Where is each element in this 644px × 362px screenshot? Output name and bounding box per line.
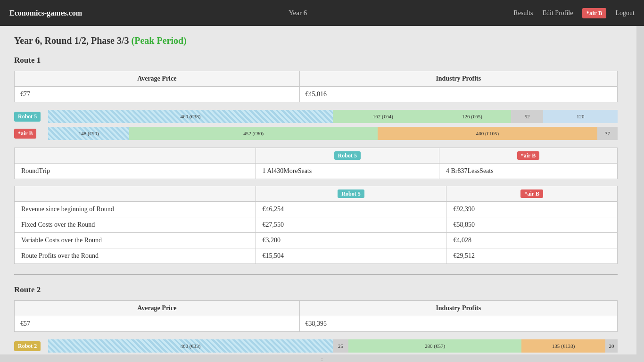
route2-avg-price-header: Average Price bbox=[15, 301, 300, 316]
robot2-badge: Robot 2 bbox=[14, 341, 41, 351]
fin-row-fixed-robot5: €27,550 bbox=[256, 217, 446, 233]
roundtrip-airb-header: *air B bbox=[439, 148, 617, 164]
avg-price-value: €77 bbox=[15, 87, 300, 102]
results-link[interactable]: Results bbox=[513, 9, 533, 17]
navbar-brand: Economics-games.com bbox=[9, 9, 82, 17]
fin-row-profits-label: Route Profits over the Round bbox=[15, 248, 256, 264]
seg-37-gray: 37 bbox=[597, 127, 618, 140]
fin-row-revenue-robot5: €46,254 bbox=[256, 202, 446, 217]
fin-row-fixed-label: Fixed Costs over the Round bbox=[15, 217, 256, 233]
fin-row-variable-robot5: €3,200 bbox=[256, 233, 446, 248]
route2-industry-profits-header: Industry Profits bbox=[299, 301, 617, 316]
fin-row-variable-label: Variable Costs over the Round bbox=[15, 233, 256, 248]
logout-link[interactable]: Logout bbox=[616, 9, 635, 17]
route1-financials-table: Robot 5 *air B Revenue since beginning o… bbox=[14, 186, 618, 264]
roundtrip-label: RoundTrip bbox=[15, 164, 256, 179]
avg-price-header: Average Price bbox=[15, 71, 300, 87]
bar-row-robot2: Robot 2 460 (€33) 25 280 (€57) 135 (€133… bbox=[14, 338, 618, 354]
fin-row-variable: Variable Costs over the Round €3,200 €4,… bbox=[15, 233, 618, 248]
bar-row-robot5: Robot 5 460 (€38) 162 (€64) 126 (€65) 52… bbox=[14, 109, 618, 124]
seg-148-blue: 148 (€90) bbox=[48, 127, 129, 140]
bottom-scrollbar[interactable]: ⋮ bbox=[0, 354, 644, 362]
user-badge: *air B bbox=[582, 8, 606, 18]
airb-badge: *air B bbox=[14, 129, 36, 139]
fin-row-profits-airb: €29,512 bbox=[446, 248, 618, 264]
route1-roundtrip-table: Robot 5 *air B RoundTrip 1 Al430MoreSeat… bbox=[14, 148, 618, 179]
r2-seg-135-orange: 135 (€133) bbox=[521, 339, 605, 353]
fin-row-profits: Route Profits over the Round €15,504 €29… bbox=[15, 248, 618, 264]
fin-airb-header: *air B bbox=[446, 186, 618, 202]
route2-title: Route 2 bbox=[14, 285, 618, 295]
seg-120-blue: 120 bbox=[543, 110, 618, 123]
route1-bars: Robot 5 460 (€38) 162 (€64) 126 (€65) 52… bbox=[14, 109, 618, 141]
r2-seg-280-green: 280 (€57) bbox=[348, 339, 522, 353]
bar-label-robot5: Robot 5 bbox=[14, 112, 48, 122]
seg-460-blue: 460 (€38) bbox=[48, 110, 333, 123]
main-content: Year 6, Round 1/2, Phase 3/3 (Peak Perio… bbox=[0, 26, 632, 362]
airb-inline-badge: *air B bbox=[517, 151, 539, 160]
page-title-static: Year 6, Round 1/2, Phase 3/3 bbox=[14, 35, 132, 46]
r2-seg-25-gray: 25 bbox=[333, 339, 348, 353]
page-title: Year 6, Round 1/2, Phase 3/3 (Peak Perio… bbox=[14, 35, 618, 46]
fin-row-variable-airb: €4,028 bbox=[446, 233, 618, 248]
peak-period-label: (Peak Period) bbox=[132, 35, 187, 46]
seg-52-gray: 52 bbox=[511, 110, 543, 123]
navbar-center: Year 6 bbox=[82, 9, 513, 17]
bar-label-robot2: Robot 2 bbox=[14, 341, 48, 351]
industry-profits-header: Industry Profits bbox=[299, 71, 617, 87]
seg-452-green: 452 (€80) bbox=[129, 127, 378, 140]
bar-row-airb: *air B 148 (€90) 452 (€80) 400 (€105) 37 bbox=[14, 126, 618, 141]
section-divider bbox=[14, 274, 618, 275]
robot5-bar-container: 460 (€38) 162 (€64) 126 (€65) 52 120 bbox=[48, 110, 618, 123]
fin-robot5-badge: Robot 5 bbox=[338, 189, 364, 198]
navbar: Economics-games.com Year 6 Results Edit … bbox=[0, 0, 644, 26]
seg-126-green: 126 (€65) bbox=[433, 110, 511, 123]
fin-row-revenue-airb: €92,390 bbox=[446, 202, 618, 217]
industry-profits-value: €45,016 bbox=[299, 87, 617, 102]
fin-row-profits-robot5: €15,504 bbox=[256, 248, 446, 264]
navbar-right: Results Edit Profile *air B Logout bbox=[513, 8, 635, 18]
route1-section: Route 1 Average Price Industry Profits €… bbox=[14, 56, 618, 264]
route2-avg-price-value: €57 bbox=[15, 316, 300, 332]
bar-label-airb: *air B bbox=[14, 129, 48, 139]
fin-row-revenue-label: Revenue since beginning of Round bbox=[15, 202, 256, 217]
roundtrip-robot5-value: 1 Al430MoreSeats bbox=[256, 164, 439, 179]
fin-robot5-header: Robot 5 bbox=[256, 186, 446, 202]
fin-row-fixed: Fixed Costs over the Round €27,550 €58,8… bbox=[15, 217, 618, 233]
robot2-bar-container: 460 (€33) 25 280 (€57) 135 (€133) 20 bbox=[48, 339, 618, 353]
right-scrollbar[interactable] bbox=[636, 26, 644, 354]
route1-summary-table: Average Price Industry Profits €77 €45,0… bbox=[14, 71, 618, 102]
airb-bar-container: 148 (€90) 452 (€80) 400 (€105) 37 bbox=[48, 127, 618, 140]
r2-seg-460-blue: 460 (€33) bbox=[48, 339, 333, 353]
route2-section: Route 2 Average Price Industry Profits €… bbox=[14, 285, 618, 362]
route2-industry-profits-value: €38,395 bbox=[299, 316, 617, 332]
fin-row-revenue: Revenue since beginning of Round €46,254… bbox=[15, 202, 618, 217]
roundtrip-robot5-header: Robot 5 bbox=[256, 148, 439, 164]
seg-162-green: 162 (€64) bbox=[333, 110, 433, 123]
fin-row-fixed-airb: €58,850 bbox=[446, 217, 618, 233]
route2-summary-table: Average Price Industry Profits €57 €38,3… bbox=[14, 300, 618, 332]
roundtrip-col-header bbox=[15, 148, 256, 164]
robot5-inline-badge: Robot 5 bbox=[334, 151, 361, 160]
edit-profile-link[interactable]: Edit Profile bbox=[543, 9, 573, 17]
route1-title: Route 1 bbox=[14, 56, 618, 65]
roundtrip-airb-value: 4 Br837LessSeats bbox=[439, 164, 617, 179]
r2-seg-20-gray: 20 bbox=[605, 339, 618, 353]
seg-400-orange: 400 (€105) bbox=[378, 127, 597, 140]
fin-col-header bbox=[15, 186, 256, 202]
fin-airb-badge: *air B bbox=[520, 189, 543, 198]
robot5-badge: Robot 5 bbox=[14, 112, 41, 122]
